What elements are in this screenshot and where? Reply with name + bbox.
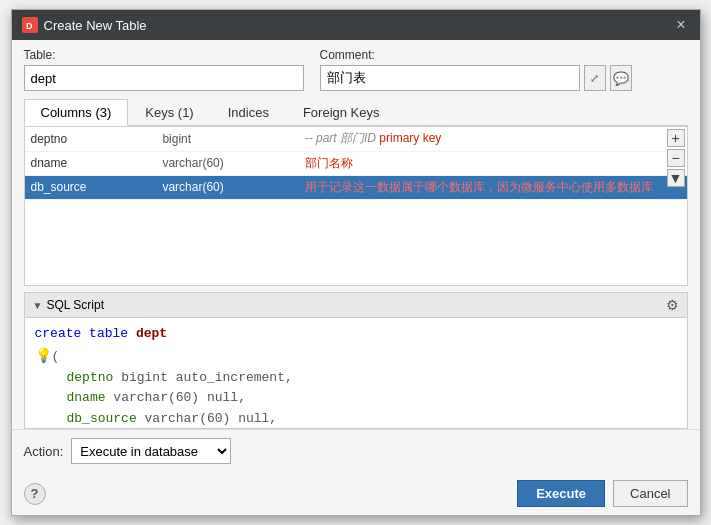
- col-type: bigint: [156, 127, 298, 151]
- action-label: Action:: [24, 444, 64, 459]
- tab-indices[interactable]: Indices: [211, 99, 286, 126]
- scroll-down-button[interactable]: ▼: [667, 169, 685, 187]
- dialog-title: Create New Table: [44, 18, 673, 33]
- tab-keys[interactable]: Keys (1): [128, 99, 210, 126]
- sql-line-2: 💡(: [35, 345, 677, 368]
- sql-header: ▼ SQL Script ⚙: [25, 293, 687, 318]
- table-label: Table:: [24, 48, 304, 62]
- table-row[interactable]: dname varchar(60) 部门名称: [25, 151, 687, 175]
- cancel-button[interactable]: Cancel: [613, 480, 687, 507]
- dialog-body: Table: Comment: ⤢ 💬 Columns (3) Keys (1)…: [12, 40, 700, 429]
- close-button[interactable]: ×: [672, 16, 689, 34]
- help-button[interactable]: ?: [24, 483, 46, 505]
- action-bar: Action: Execute in database Create DDL s…: [12, 429, 700, 472]
- title-bar: D Create New Table ×: [12, 10, 700, 40]
- footer-bar: ? Execute Cancel: [12, 472, 700, 515]
- tab-columns[interactable]: Columns (3): [24, 99, 129, 126]
- col-comment: -- part 部门ID primary key: [299, 127, 687, 151]
- remove-column-button[interactable]: −: [667, 149, 685, 167]
- columns-table-area: deptno bigint -- part 部门ID primary key d…: [24, 126, 688, 286]
- comment-expand-button[interactable]: ⤢: [584, 65, 606, 91]
- tabs-bar: Columns (3) Keys (1) Indices Foreign Key…: [24, 99, 688, 126]
- table-row[interactable]: deptno bigint -- part 部门ID primary key: [25, 127, 687, 151]
- sql-line-3: deptno bigint auto_increment,: [35, 368, 677, 389]
- comment-row: ⤢ 💬: [320, 65, 632, 91]
- sql-settings-button[interactable]: ⚙: [666, 297, 679, 313]
- sql-section: ▼ SQL Script ⚙ create table dept 💡( dept…: [24, 292, 688, 429]
- sql-line-1: create table dept: [35, 324, 677, 345]
- app-icon: D: [22, 17, 38, 33]
- comment-label: Comment:: [320, 48, 632, 62]
- svg-text:D: D: [26, 21, 33, 31]
- execute-button[interactable]: Execute: [517, 480, 605, 507]
- comment-input[interactable]: [320, 65, 580, 91]
- col-name: db_source: [25, 175, 157, 199]
- columns-table: deptno bigint -- part 部门ID primary key d…: [25, 127, 687, 200]
- sql-section-title: SQL Script: [46, 298, 104, 312]
- col-type: varchar(60): [156, 151, 298, 175]
- form-row: Table: Comment: ⤢ 💬: [24, 48, 688, 91]
- sql-line-5: db_source varchar(60) null,: [35, 409, 677, 428]
- comment-group: Comment: ⤢ 💬: [320, 48, 632, 91]
- action-select[interactable]: Execute in database Create DDL script Cr…: [71, 438, 231, 464]
- sql-header-left: ▼ SQL Script: [33, 298, 104, 312]
- tab-foreign-keys[interactable]: Foreign Keys: [286, 99, 397, 126]
- col-name: deptno: [25, 127, 157, 151]
- add-column-button[interactable]: +: [667, 129, 685, 147]
- col-type: varchar(60): [156, 175, 298, 199]
- comment-icon-button[interactable]: 💬: [610, 65, 632, 91]
- footer-buttons: Execute Cancel: [517, 480, 687, 507]
- col-comment: 部门名称: [299, 151, 687, 175]
- create-table-dialog: D Create New Table × Table: Comment: ⤢ 💬: [11, 9, 701, 516]
- sql-line-4: dname varchar(60) null,: [35, 388, 677, 409]
- col-name: dname: [25, 151, 157, 175]
- table-name-input[interactable]: [24, 65, 304, 91]
- col-comment: 用于记录这一数据属于哪个数据库，因为微服务中心使用多数据库: [299, 175, 687, 199]
- collapse-arrow-icon[interactable]: ▼: [33, 300, 43, 311]
- table-side-buttons: + − ▼: [667, 129, 685, 187]
- sql-content: create table dept 💡( deptno bigint auto_…: [25, 318, 687, 428]
- table-row[interactable]: db_source varchar(60) 用于记录这一数据属于哪个数据库，因为…: [25, 175, 687, 199]
- columns-table-wrapper: deptno bigint -- part 部门ID primary key d…: [24, 126, 688, 286]
- table-name-group: Table:: [24, 48, 304, 91]
